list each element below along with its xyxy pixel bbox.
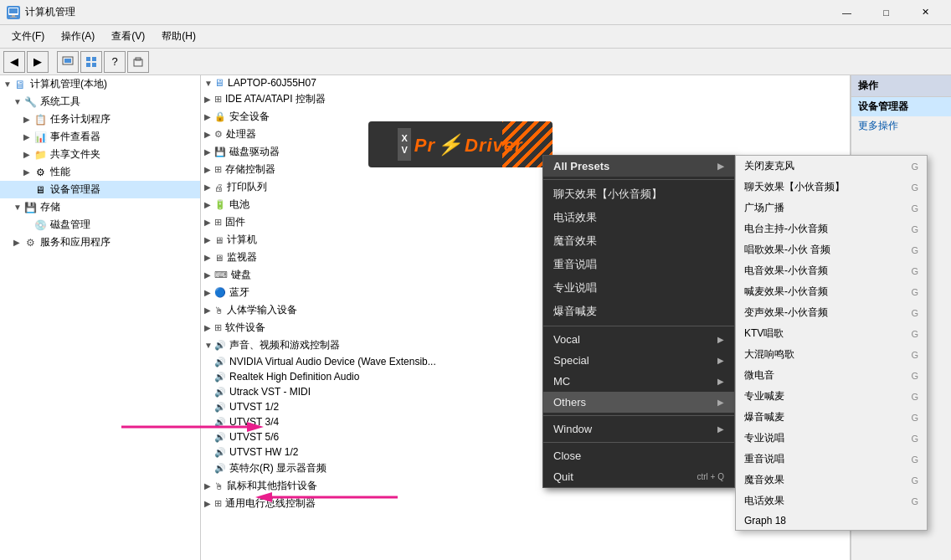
- sidebar-item-root[interactable]: ▼ 🖥 计算机管理(本地): [0, 75, 200, 93]
- root-label: 计算机管理(本地): [30, 77, 107, 91]
- close-button[interactable]: ✕: [907, 4, 944, 21]
- sub-graph18[interactable]: Graph 18: [736, 511, 927, 530]
- properties-button[interactable]: [127, 51, 149, 73]
- sub-magic[interactable]: 魔音效果 G: [736, 470, 927, 491]
- menu-help[interactable]: 帮助(H): [153, 26, 204, 47]
- expand-icon: ▼: [3, 80, 13, 89]
- sub-plaza[interactable]: 广场广播 G: [736, 198, 927, 218]
- expand-icon: ▶: [204, 218, 214, 227]
- expand-icon: [23, 220, 33, 229]
- task-icon: 📋: [33, 113, 47, 126]
- utvst12-icon: 🔊: [214, 402, 226, 413]
- sub-boom-shout[interactable]: 爆音喊麦 G: [736, 407, 927, 428]
- quit-shortcut: ctrl + Q: [697, 472, 724, 481]
- sub-singing[interactable]: 唱歌效果-小伙 音频 G: [736, 239, 927, 260]
- sidebar-item-storage[interactable]: ▼ 💾 存储: [0, 198, 200, 216]
- svg-marker-13: [247, 422, 264, 432]
- sub-shout[interactable]: 喊麦效果-小伙音频 G: [736, 281, 927, 302]
- keyboard-icon: ⌨: [214, 270, 228, 280]
- title-bar: 计算机管理 — □ ✕: [0, 0, 951, 25]
- ctx-close[interactable]: Close: [543, 445, 734, 466]
- sub-pro-rap[interactable]: 专业说唱 G: [736, 428, 927, 449]
- sub-phone[interactable]: 电话效果 G: [736, 491, 927, 511]
- menu-view[interactable]: 查看(V): [103, 26, 153, 47]
- ctx-sep-2: [543, 326, 734, 326]
- sidebar-item-device-manager[interactable]: 🖥 设备管理器: [0, 181, 200, 198]
- storage-ctrl-icon: ⊞: [214, 164, 222, 175]
- sidebar-item-performance[interactable]: ▶ ⚙ 性能: [0, 163, 200, 181]
- disk2-icon: 💾: [214, 146, 226, 157]
- ctx-special-arrow: ▶: [717, 356, 724, 365]
- sub-pro-shout[interactable]: 专业喊麦 G: [736, 386, 927, 407]
- storage-icon: 💾: [23, 201, 37, 214]
- sidebar-item-task-scheduler[interactable]: ▶ 📋 任务计划程序: [0, 110, 200, 128]
- sub-micro[interactable]: 微电音 G: [736, 365, 927, 386]
- view-button[interactable]: [80, 51, 102, 73]
- menu-file[interactable]: 文件(F): [3, 26, 53, 47]
- sub-electric[interactable]: 电音效果-小伙音频 G: [736, 260, 927, 281]
- ctx-chat[interactable]: 聊天效果【小伙音频】: [543, 182, 734, 206]
- software-dev-label: 软件设备: [225, 321, 265, 335]
- ctx-special[interactable]: Special ▶: [543, 350, 734, 371]
- tree-ide[interactable]: ▶ ⊞ IDE ATA/ATAPI 控制器: [201, 90, 850, 108]
- right-panel-device-mgr[interactable]: 设备管理器: [851, 97, 951, 116]
- utvst12-label: UTVST 1/2: [229, 401, 279, 413]
- sub-ktv[interactable]: KTV唱歌 G: [736, 323, 927, 344]
- ctx-header: All Presets ▶: [543, 156, 734, 177]
- ctx-vocal[interactable]: Vocal ▶: [543, 329, 734, 350]
- sidebar-item-shared-folders[interactable]: ▶ 📁 共享文件夹: [0, 146, 200, 163]
- bluetooth-icon: 🔵: [214, 287, 226, 298]
- ctx-quit[interactable]: Quit ctrl + Q: [543, 466, 734, 487]
- proc-icon: ⚙: [214, 129, 223, 140]
- maximize-button[interactable]: □: [867, 4, 905, 21]
- ctx-phone[interactable]: 电话效果: [543, 206, 734, 229]
- ctx-scream[interactable]: 爆音喊麦: [543, 300, 734, 323]
- sub-voice-change[interactable]: 变声效果-小伙音频 G: [736, 302, 927, 323]
- battery-label: 电池: [229, 198, 249, 212]
- menu-action[interactable]: 操作(A): [53, 26, 103, 47]
- ctx-magic[interactable]: 魔音效果: [543, 229, 734, 253]
- forward-button[interactable]: ▶: [27, 51, 49, 73]
- ctx-others[interactable]: Others ▶: [543, 392, 734, 413]
- proc-label: 处理器: [226, 127, 256, 141]
- help-button[interactable]: ?: [104, 51, 126, 73]
- sidebar-item-services[interactable]: ▶ ⚙ 服务和应用程序: [0, 234, 200, 251]
- svg-rect-1: [9, 8, 18, 13]
- ctx-arrow-icon: ▶: [717, 162, 724, 171]
- sub-reverb[interactable]: 大混响鸣歌 G: [736, 344, 927, 365]
- sub-close-mic[interactable]: 关闭麦克风 G: [736, 156, 927, 177]
- computer-icon: 🖥: [13, 78, 27, 91]
- print-icon: 🖨: [214, 182, 224, 193]
- context-submenu: 关闭麦克风 G 聊天效果【小伙音频】 G 广场广播 G 电台主持-小伙音频 G …: [735, 155, 928, 531]
- perf-icon: ⚙: [33, 166, 47, 179]
- right-panel-more[interactable]: 更多操作: [851, 116, 951, 136]
- service-icon: ⚙: [23, 236, 37, 249]
- services-label: 服务和应用程序: [40, 235, 111, 249]
- nvidia-label: NVIDIA Virtual Audio Device (Wave Extens…: [229, 356, 436, 367]
- back-button[interactable]: ◀: [3, 51, 25, 73]
- nvidia-icon: 🔊: [214, 357, 226, 367]
- sub-rap[interactable]: 重音说唱 G: [736, 449, 927, 470]
- sub-chat[interactable]: 聊天效果【小伙音频】 G: [736, 177, 927, 198]
- up-button[interactable]: [57, 51, 79, 73]
- sub-close-mic-g: G: [911, 162, 918, 172]
- sidebar-item-event-viewer[interactable]: ▶ 📊 事件查看器: [0, 128, 200, 146]
- ctx-rap[interactable]: 重音说唱: [543, 253, 734, 276]
- sidebar: ▼ 🖥 计算机管理(本地) ▼ 🔧 系统工具 ▶ 📋 任务计划程序 ▶ 📊 事件…: [0, 75, 201, 560]
- ctx-window[interactable]: Window ▶: [543, 419, 734, 439]
- sub-radio[interactable]: 电台主持-小伙音频 G: [736, 218, 927, 239]
- computer-name: LAPTOP-60J55H07: [228, 77, 316, 89]
- security-label: 安全设备: [229, 110, 270, 124]
- expand-icon: ▶: [23, 132, 33, 141]
- window-controls: — □ ✕: [828, 4, 944, 21]
- disk-label: 磁盘管理: [50, 218, 90, 232]
- monitor-icon: 🖥: [214, 253, 224, 263]
- sidebar-item-system-tools[interactable]: ▼ 🔧 系统工具: [0, 93, 200, 110]
- sidebar-item-disk-mgmt[interactable]: 💿 磁盘管理: [0, 216, 200, 234]
- minimize-button[interactable]: —: [828, 4, 866, 21]
- tree-computer[interactable]: ▼ 🖥 LAPTOP-60J55H07: [201, 75, 850, 90]
- ctx-mc[interactable]: MC ▶: [543, 371, 734, 392]
- ctx-pro-rap[interactable]: 专业说唱: [543, 276, 734, 300]
- computer-icon: 🖥: [214, 77, 224, 89]
- security-icon: 🔒: [214, 111, 226, 122]
